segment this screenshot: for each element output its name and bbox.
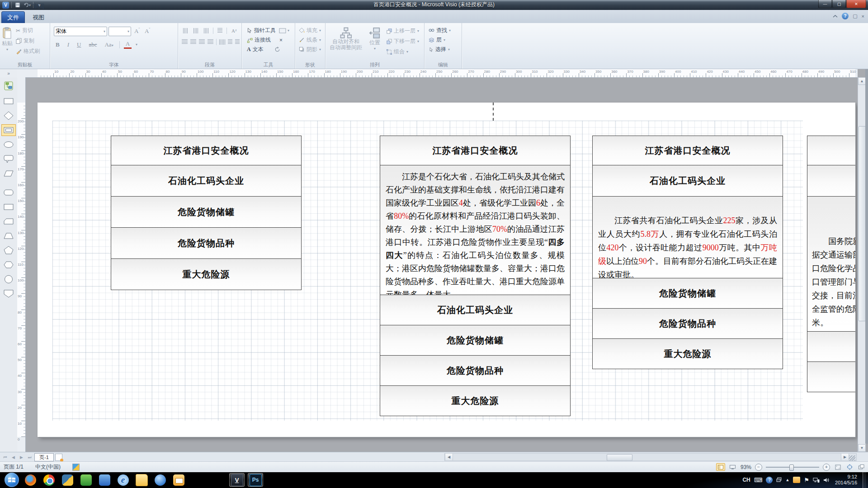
ribbon-tab-视图[interactable]: 视图 <box>25 12 53 23</box>
fullscreen-view-button[interactable] <box>729 464 737 470</box>
flow-box[interactable] <box>807 331 855 362</box>
superscript-icon[interactable]: A² <box>230 28 238 33</box>
zoom-level[interactable]: 93% <box>741 464 751 470</box>
language-indicator[interactable]: 中文(中国) <box>35 463 61 471</box>
scroll-up-button[interactable]: ▲ <box>858 77 866 85</box>
flow-box[interactable] <box>807 136 855 165</box>
stencil-shape-circle[interactable] <box>1 273 16 285</box>
normal-view-button[interactable] <box>716 463 725 471</box>
font-size-combobox[interactable]: ▾ <box>108 27 131 36</box>
rotate-icon[interactable] <box>274 46 281 53</box>
network-icon[interactable] <box>813 477 820 483</box>
start-button[interactable] <box>5 473 19 487</box>
change-case-button[interactable]: Aa▾ <box>103 41 115 48</box>
flow-box[interactable]: 危险货物储罐 <box>592 278 783 309</box>
layers-button[interactable]: 层▾ <box>427 35 462 45</box>
ime-icon[interactable] <box>72 464 80 471</box>
restore-button[interactable]: ▢ <box>832 0 846 8</box>
resize-grip[interactable] <box>849 455 855 461</box>
justify-icon[interactable] <box>208 38 213 45</box>
language-button[interactable]: CH <box>742 477 750 483</box>
position-button[interactable]: 位置 ▾ <box>364 25 385 61</box>
taskbar-internet-explorer-icon[interactable]: e <box>115 473 131 487</box>
format-painter-button[interactable]: 格式刷 <box>14 47 41 56</box>
switch-windows-button[interactable] <box>857 464 865 470</box>
flow-box[interactable]: 危险货物品种 <box>380 355 571 386</box>
fill-button[interactable]: 填充▾ <box>297 26 325 35</box>
taskbar-photoshop-icon[interactable]: Ps <box>248 473 263 487</box>
grow-font-button[interactable]: Aˆ <box>132 28 142 35</box>
italic-button[interactable]: I <box>66 41 71 48</box>
text-tool-button[interactable]: A文本 <box>245 45 265 54</box>
taskbar-visio-icon[interactable]: V <box>229 473 245 487</box>
horizontal-scroll-thumb[interactable] <box>607 454 632 461</box>
stencil-shape-rect[interactable] <box>1 95 16 107</box>
stencil-shape-parallelogram[interactable] <box>1 168 16 179</box>
next-page-button[interactable]: ▶ <box>18 455 25 460</box>
group-button[interactable]: 组合▾ <box>385 47 420 56</box>
increase-indent-icon[interactable] <box>235 38 240 45</box>
flow-box-paragraph[interactable]: 江苏省共有石油化工码头企业225家，涉及从业人员大约5.8万人，拥有专业化石油化… <box>592 196 783 278</box>
flow-box[interactable] <box>807 165 855 197</box>
send-backward-button[interactable]: 下移一层▾ <box>385 37 420 46</box>
align-right-icon[interactable] <box>199 38 205 45</box>
vertical-scrollbar[interactable]: ▲ ▼ <box>858 77 866 452</box>
copy-button[interactable]: 复制 <box>14 36 41 46</box>
flow-box[interactable]: 重大危险源 <box>111 258 302 290</box>
spacing-icon[interactable] <box>219 38 225 45</box>
stencil-shape-card[interactable] <box>1 216 16 227</box>
taskbar-folder-icon[interactable] <box>134 473 149 487</box>
zoom-slider-thumb[interactable] <box>789 465 794 471</box>
zoom-slider[interactable] <box>766 467 819 468</box>
strikethrough-button[interactable]: abc <box>87 41 99 48</box>
paste-button[interactable]: 粘贴 ▾ <box>2 25 13 61</box>
line-button[interactable]: 线条▾ <box>297 35 325 45</box>
flow-box[interactable]: 危险货物品种 <box>592 308 783 339</box>
select-button[interactable]: 选择▾ <box>427 45 462 54</box>
shadow-button[interactable]: 阴影▾ <box>297 45 325 54</box>
taskbar-chrome-icon[interactable] <box>41 473 57 487</box>
pan-zoom-button[interactable] <box>845 464 854 470</box>
fit-page-button[interactable] <box>834 464 842 470</box>
flow-box[interactable]: 石油化工码头企业 <box>380 295 571 325</box>
pointer-tool-button[interactable]: 指针工具 <box>245 26 277 35</box>
scroll-down-button[interactable]: ▼ <box>858 444 866 452</box>
page-indicator[interactable]: 页面 1/1 <box>4 463 24 471</box>
minimize-ribbon-icon[interactable] <box>833 14 838 19</box>
shrink-font-button[interactable]: Aˇ <box>143 28 152 35</box>
stencil-shape-shield[interactable] <box>1 288 16 300</box>
action-center-flag-icon[interactable]: ⚑ <box>804 477 809 483</box>
underline-button[interactable]: U <box>75 41 83 48</box>
flow-box[interactable]: 重大危险源 <box>592 338 783 369</box>
flow-box-header[interactable]: 江苏省港口安全概况 <box>380 136 571 165</box>
align-left-icon[interactable] <box>182 38 188 45</box>
expand-shapes-panel-button[interactable]: » <box>0 69 18 78</box>
tray-outlook-icon[interactable] <box>793 477 800 483</box>
drawing-page[interactable]: 江苏省港口安全概况石油化工码头企业危险货物储罐危险货物品种重大危险源江苏省港口安… <box>38 103 855 437</box>
font-name-combobox[interactable]: 宋体▾ <box>54 27 107 36</box>
flow-box-header[interactable]: 江苏省港口安全概况 <box>592 136 783 165</box>
insert-page-button[interactable] <box>55 454 62 461</box>
page-tab[interactable]: 页-1 <box>34 453 54 461</box>
tray-help-icon[interactable]: ? <box>766 477 773 483</box>
flow-box[interactable]: 危险货物储罐 <box>111 196 302 228</box>
stencil-shape-pentagon[interactable] <box>1 244 16 256</box>
connector-tool-button[interactable]: 连接线 <box>245 35 272 45</box>
volume-icon[interactable] <box>823 477 830 483</box>
keyboard-icon[interactable]: ⌨ <box>754 477 763 483</box>
flow-box-paragraph[interactable]: 江苏是个石化大省，石油化工码头及其仓储式石化产业的基础支撑和生命线，依托沿江港口… <box>380 165 571 295</box>
align-top-icon[interactable] <box>182 27 189 34</box>
stencil-shape-framedrect[interactable] <box>1 124 16 136</box>
taskbar-clock[interactable]: 9:12 2014/5/16 <box>835 474 857 486</box>
flow-box[interactable]: 危险货物储罐 <box>380 325 571 356</box>
flow-box-paragraph[interactable]: 国务院新《据交通运输部和口危险化学品安口管理部门与安交接，目前江苏全监管的危险货… <box>807 196 855 332</box>
tray-window-icon[interactable] <box>776 477 782 483</box>
show-hidden-icons-button[interactable]: ▲ <box>785 478 789 482</box>
bring-forward-button[interactable]: 上移一层▾ <box>385 26 420 36</box>
bold-button[interactable]: B <box>54 41 61 48</box>
last-page-button[interactable]: ⏭ <box>26 455 33 460</box>
scroll-right-button[interactable]: ▶ <box>841 454 849 460</box>
horizontal-scrollbar[interactable]: ◀ ▶ <box>444 453 857 461</box>
ribbon-tab-审阅[interactable]: 审阅 <box>25 0 53 12</box>
stencil-shape-trapezoid[interactable] <box>1 230 16 242</box>
